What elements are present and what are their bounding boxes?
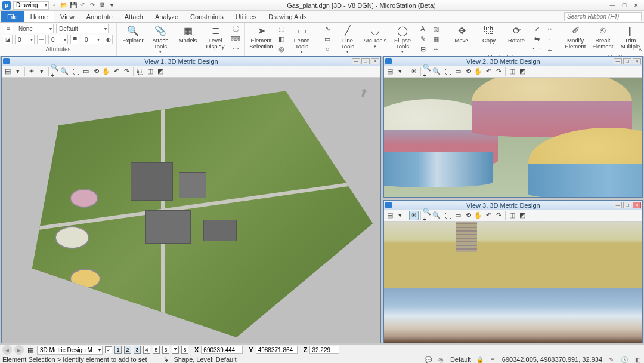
zoom-in-icon[interactable]: 🔍+ [423,67,432,76]
offset-icon[interactable]: ⫠ [544,44,555,54]
linestyle-icon[interactable]: — [37,35,46,44]
snap-mode-label[interactable]: Default [450,356,471,363]
hatch-icon[interactable]: ▨ [431,24,441,33]
window-area-icon[interactable]: ▭ [453,67,463,76]
clip-mask-icon[interactable]: ◩ [518,211,527,220]
level-display-button[interactable]: ≣Level Display [203,24,228,49]
view-1-canvas[interactable] [2,78,380,343]
fit-view-icon[interactable]: ⛶ [443,211,453,220]
level-dropdown[interactable]: None [16,24,54,33]
view-2-canvas[interactable] [384,78,642,197]
qat-open-icon[interactable]: 📂 [60,1,68,10]
tab-annotate[interactable]: Annotate [80,11,119,22]
window-area-icon[interactable]: ▭ [453,211,463,220]
y-coord-input[interactable] [256,346,298,354]
pan-view-icon[interactable]: ✋ [473,67,483,76]
display-style-icon[interactable]: ▾ [395,211,405,220]
zoom-out-icon[interactable]: 🔍- [433,211,442,220]
place-note-icon[interactable]: ✎ [417,34,428,44]
ribbon-search-input[interactable] [564,12,642,21]
key-in-icon[interactable]: ⌨ [230,34,241,44]
tab-home[interactable]: Home [24,11,54,22]
view-toggle-7[interactable]: 7 [172,346,179,354]
select-all-icon[interactable]: ⬚ [276,24,287,33]
clip-volume-icon[interactable]: ◫ [507,211,517,220]
place-smartline-icon[interactable]: ∿ [322,24,333,33]
view-3-close[interactable]: ✕ [633,202,641,208]
rotate-button[interactable]: ⟳Rotate [504,24,529,44]
clip-volume-icon[interactable]: ◫ [145,67,155,76]
view-toggle-4[interactable]: 4 [143,346,150,354]
select-by-attr-icon[interactable]: ◧ [276,34,287,44]
zoom-in-icon[interactable]: 🔍+ [51,67,60,76]
message-center-icon[interactable]: 💬 [424,356,432,363]
display-style-icon[interactable]: ▾ [395,67,405,76]
nav-back-button[interactable]: ◄ [2,345,12,355]
view-1-close[interactable]: ✕ [371,58,379,64]
pan-view-icon[interactable]: ✋ [101,67,111,76]
models-button[interactable]: ▦Models [175,24,200,44]
view-next-icon[interactable]: ↷ [494,67,503,76]
arc-tools-button[interactable]: ◡Arc Tools▾ [363,24,388,49]
view-toggle-6[interactable]: 6 [162,346,169,354]
view-2-close[interactable]: ✕ [633,58,641,64]
clip-mask-icon[interactable]: ◩ [518,67,527,76]
adjust-brightness-icon[interactable]: ☀ [27,67,36,76]
view-3-canvas[interactable] [384,222,642,343]
tab-attach[interactable]: Attach [119,11,149,22]
close-button[interactable]: ✕ [631,1,642,10]
pan-view-icon[interactable]: ✋ [473,211,483,220]
tab-utilities[interactable]: Utilities [230,11,262,22]
view-2-minimize[interactable]: — [614,58,622,64]
view-tools-icon[interactable]: ▾ [37,67,47,76]
adjust-brightness-icon[interactable]: ☀ [409,211,419,220]
explorer-button[interactable]: 🔍Explorer [120,24,145,44]
display-style-icon[interactable]: ▾ [13,67,23,76]
scale-icon[interactable]: ⤢ [531,24,542,33]
view-previous-icon[interactable]: ↶ [484,211,493,220]
ribbon-collapse-icon[interactable]: ^ [639,48,642,54]
view-toggle-2[interactable]: 2 [124,346,131,354]
fit-view-icon[interactable]: ⛶ [71,67,80,76]
view-2-maximize[interactable]: ☐ [623,58,631,64]
template-dropdown[interactable]: Default [56,24,109,33]
qat-more-icon[interactable]: ▾ [107,1,116,10]
window-area-icon[interactable]: ▭ [81,67,91,76]
lineweight-dropdown[interactable]: 0 [82,35,101,44]
view-attributes-icon[interactable]: ▤ [3,67,13,76]
qat-new-icon[interactable]: ▫ [50,1,58,10]
views-toggle-checkbox[interactable]: ✓ [105,346,112,353]
attach-tools-button[interactable]: 📎Attach Tools▾ [148,24,173,54]
view-toggle-1[interactable]: 1 [114,346,122,354]
rotate-view-icon[interactable]: ⟲ [463,211,473,220]
z-coord-input[interactable] [309,346,339,354]
lineweight-icon[interactable]: ≣ [70,35,79,44]
ellipse-tools-button[interactable]: ◯Ellipse Tools▾ [390,24,415,54]
break-element-button[interactable]: ⎋Break Element [590,24,615,49]
array-icon[interactable]: ⋮⋮ [531,44,542,54]
rotate-view-icon[interactable]: ⟲ [91,67,101,76]
place-block-icon[interactable]: ▭ [322,34,333,44]
view-group-icon[interactable]: ▦ [26,346,35,354]
place-cell-icon[interactable]: ⊞ [417,44,428,54]
place-text-icon[interactable]: A [417,24,428,33]
modify-element-button[interactable]: ✐Modify Element [563,24,588,49]
copy-view-icon[interactable]: ⿻ [135,67,145,76]
view-toggle-5[interactable]: 5 [153,346,160,354]
zoom-out-icon[interactable]: 🔍- [433,67,442,76]
tab-file[interactable]: File [1,11,24,22]
select-none-icon[interactable]: ◎ [276,44,287,54]
rotate-view-icon[interactable]: ⟲ [463,67,473,76]
dimension-icon[interactable]: ↔ [431,44,441,54]
view-previous-icon[interactable]: ↶ [112,67,121,76]
move-button[interactable]: ✥Move [449,24,474,44]
color-dropdown[interactable]: 0 [15,35,35,44]
view-previous-icon[interactable]: ↶ [484,67,493,76]
tab-view[interactable]: View [54,11,80,22]
mirror-icon[interactable]: ⇋ [531,34,542,44]
tab-drawing-aids[interactable]: Drawing Aids [262,11,312,22]
view-1-maximize[interactable]: ☐ [361,58,370,64]
qat-redo-icon[interactable]: ↷ [88,1,97,10]
minimize-button[interactable]: — [607,1,618,10]
stretch-icon[interactable]: ↔ [544,24,555,33]
